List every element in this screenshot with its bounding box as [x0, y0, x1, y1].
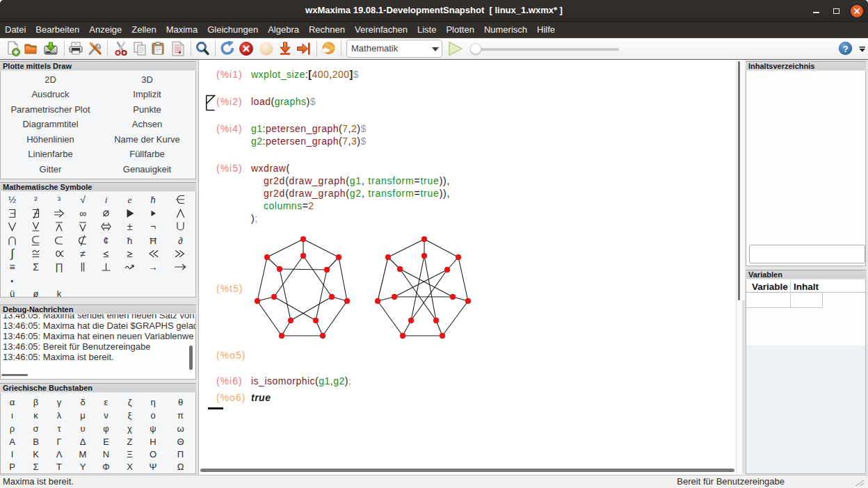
- svg-text:ω: ω: [177, 423, 184, 434]
- svg-text:λ: λ: [57, 410, 62, 421]
- svg-text:e: e: [128, 195, 132, 205]
- svg-text:Α: Α: [9, 437, 15, 447]
- svg-text:Σ: Σ: [33, 261, 39, 273]
- svg-text:Μ: Μ: [79, 449, 87, 459]
- svg-text:υ: υ: [80, 423, 85, 434]
- svg-text:δ: δ: [80, 397, 85, 407]
- svg-text:π: π: [177, 410, 184, 421]
- svg-text:Ρ: Ρ: [9, 462, 15, 472]
- svg-text:Ξ: Ξ: [127, 449, 132, 459]
- svg-text:ħ: ħ: [150, 195, 155, 205]
- svg-text:≡: ≡: [9, 261, 15, 273]
- svg-text:∏: ∏: [55, 261, 63, 273]
- svg-text:θ: θ: [178, 397, 183, 407]
- svg-text:ε: ε: [104, 397, 108, 407]
- svg-text:κ: κ: [33, 410, 38, 421]
- svg-text:ν: ν: [104, 410, 108, 421]
- svg-text:i: i: [105, 195, 108, 205]
- svg-text:²: ²: [34, 195, 38, 205]
- svg-text:Υ: Υ: [80, 462, 86, 472]
- svg-text:≤: ≤: [104, 248, 109, 259]
- svg-text:Π: Π: [177, 449, 184, 459]
- svg-text:³: ³: [58, 195, 61, 205]
- svg-text:ι: ι: [11, 410, 13, 421]
- svg-text:Ψ: Ψ: [150, 462, 157, 472]
- svg-text:Δ: Δ: [80, 437, 86, 447]
- svg-text:Κ: Κ: [33, 449, 39, 459]
- svg-text:→: →: [148, 261, 158, 273]
- svg-text:ø: ø: [33, 288, 39, 298]
- svg-text:Λ: Λ: [56, 449, 63, 459]
- svg-text:≠: ≠: [80, 248, 86, 259]
- svg-text:ο: ο: [150, 410, 155, 421]
- svg-text:Ζ: Ζ: [127, 437, 133, 447]
- svg-text:φ: φ: [103, 423, 108, 434]
- svg-text:k: k: [57, 288, 62, 298]
- svg-text:ü: ü: [10, 288, 15, 298]
- svg-text:Β: Β: [33, 437, 39, 447]
- svg-text:Ο: Ο: [150, 449, 156, 459]
- svg-text:σ: σ: [33, 423, 38, 434]
- svg-text:Η: Η: [150, 437, 156, 447]
- svg-text:∫: ∫: [10, 247, 15, 260]
- svg-text:ξ: ξ: [128, 410, 132, 421]
- svg-text:Θ: Θ: [177, 437, 184, 447]
- svg-text:≥: ≥: [127, 248, 133, 259]
- svg-text:▪: ▪: [11, 277, 14, 285]
- svg-text:Ι: Ι: [11, 449, 14, 459]
- svg-text:η: η: [150, 397, 155, 407]
- svg-text:¬: ¬: [150, 221, 156, 232]
- svg-text:Σ: Σ: [33, 462, 38, 472]
- svg-text:√: √: [80, 194, 86, 205]
- svg-text:ħ: ħ: [127, 236, 133, 246]
- svg-text:ρ: ρ: [10, 423, 15, 434]
- svg-text:Χ: Χ: [127, 462, 133, 472]
- svg-text:∞: ∞: [79, 208, 86, 219]
- svg-text:Ω: Ω: [177, 462, 184, 472]
- svg-text:±: ±: [127, 221, 133, 232]
- svg-text:τ: τ: [57, 423, 61, 434]
- svg-text:Τ: Τ: [56, 462, 62, 472]
- svg-text:γ: γ: [57, 397, 62, 407]
- svg-text:Φ: Φ: [102, 462, 109, 472]
- svg-text:Ν: Ν: [103, 449, 109, 459]
- svg-text:?: ?: [842, 44, 848, 54]
- svg-text:¢: ¢: [104, 235, 109, 246]
- svg-text:μ: μ: [80, 410, 86, 421]
- svg-text:Ħ: Ħ: [150, 236, 156, 246]
- svg-text:½: ½: [8, 195, 16, 205]
- svg-text:α: α: [10, 397, 15, 407]
- svg-text:χ: χ: [127, 423, 132, 434]
- svg-text:∂: ∂: [178, 236, 183, 246]
- svg-text:Γ: Γ: [56, 437, 61, 447]
- svg-text:Ε: Ε: [103, 437, 109, 447]
- svg-text:β: β: [33, 397, 38, 407]
- svg-text:ζ: ζ: [128, 397, 132, 407]
- svg-text:ψ: ψ: [150, 423, 156, 434]
